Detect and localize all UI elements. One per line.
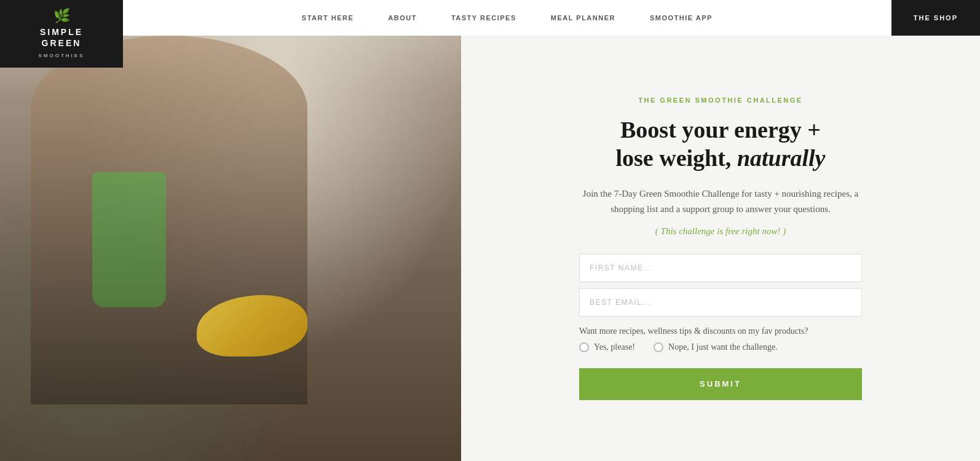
header: 🌿 SIMPLE GREEN SMOOTHIES START HERE ABOU… bbox=[0, 0, 980, 36]
main-nav: START HERE ABOUT TASTY RECIPES MEAL PLAN… bbox=[123, 0, 980, 36]
nav-meal-planner[interactable]: MEAL PLANNER bbox=[534, 14, 633, 22]
hero-image bbox=[0, 0, 461, 461]
challenge-description: Join the 7-Day Green Smoothie Challenge … bbox=[579, 186, 862, 218]
form-container: THE GREEN SMOOTHIE CHALLENGE Boost your … bbox=[579, 97, 862, 400]
email-group bbox=[579, 288, 862, 317]
signup-panel: THE GREEN SMOOTHIE CHALLENGE Boost your … bbox=[461, 36, 980, 461]
main-headline: Boost your energy + lose weight, natural… bbox=[579, 116, 862, 172]
email-input[interactable] bbox=[579, 288, 862, 317]
headline-line1: Boost your energy + bbox=[620, 117, 821, 143]
headline-italic: naturally bbox=[737, 145, 826, 171]
radio-question: Want more recipes, wellness tips & disco… bbox=[579, 326, 862, 336]
radio-yes-circle bbox=[579, 342, 589, 352]
headline-line2: lose weight, bbox=[616, 145, 737, 171]
first-name-group bbox=[579, 254, 862, 282]
nav-tasty-recipes[interactable]: TASTY RECIPES bbox=[434, 14, 534, 22]
first-name-input[interactable] bbox=[579, 254, 862, 282]
radio-no-label: Nope, I just want the challenge. bbox=[668, 342, 778, 352]
nav-shop-button[interactable]: THE SHOP bbox=[891, 0, 980, 36]
logo[interactable]: 🌿 SIMPLE GREEN SMOOTHIES bbox=[0, 0, 123, 68]
radio-no-circle bbox=[654, 342, 663, 352]
challenge-label: THE GREEN SMOOTHIE CHALLENGE bbox=[579, 97, 862, 104]
radio-group: Want more recipes, wellness tips & disco… bbox=[579, 326, 862, 352]
free-note: ( This challenge is free right now! ) bbox=[579, 226, 862, 237]
submit-button[interactable]: SUBMIT bbox=[579, 368, 862, 400]
radio-yes-option[interactable]: Yes, please! bbox=[579, 342, 635, 352]
radio-yes-label: Yes, please! bbox=[594, 342, 635, 352]
radio-options: Yes, please! Nope, I just want the chall… bbox=[579, 342, 862, 352]
nav-about[interactable]: ABOUT bbox=[371, 14, 434, 22]
nav-items: START HERE ABOUT TASTY RECIPES MEAL PLAN… bbox=[123, 14, 891, 22]
logo-leaves-icon: 🌿 bbox=[53, 8, 70, 24]
radio-no-option[interactable]: Nope, I just want the challenge. bbox=[654, 342, 778, 352]
nav-start-here[interactable]: START HERE bbox=[285, 14, 371, 22]
logo-text: SIMPLE GREEN SMOOTHIES bbox=[38, 26, 84, 60]
nav-smoothie-app[interactable]: SMOOTHIE APP bbox=[633, 14, 730, 22]
